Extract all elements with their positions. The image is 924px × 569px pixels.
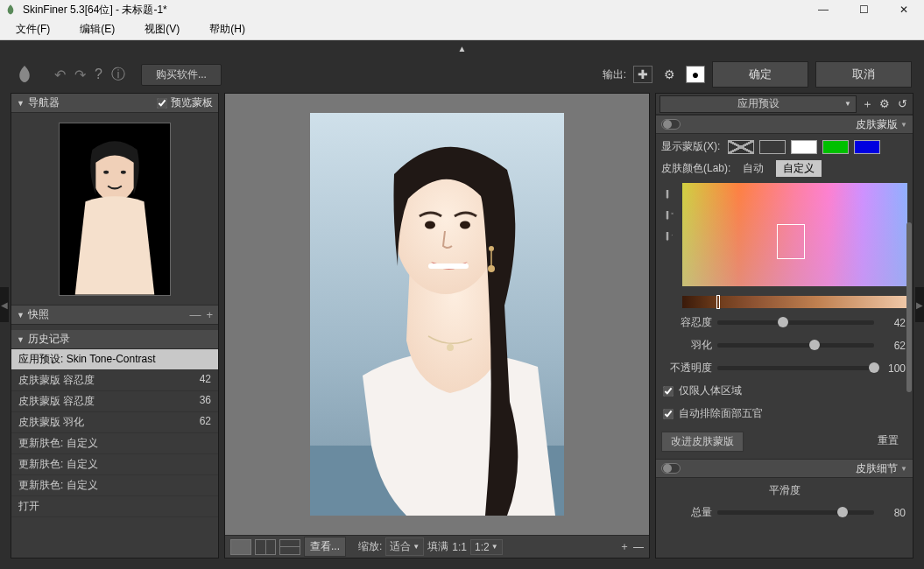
- menu-view[interactable]: 视图(V): [145, 22, 180, 37]
- reset-button[interactable]: 重置: [869, 432, 907, 452]
- collapse-top-arrow[interactable]: ▲: [0, 40, 924, 56]
- output-add-icon[interactable]: ✚: [633, 66, 652, 83]
- svg-point-10: [489, 246, 494, 251]
- history-item[interactable]: 更新肤色: 自定义: [11, 454, 218, 475]
- zoom-label: 缩放:: [358, 539, 382, 554]
- snapshot-title: 快照: [17, 307, 49, 322]
- navigator-title: 导航器: [17, 95, 60, 110]
- navigator-thumb[interactable]: [59, 123, 171, 296]
- history-item[interactable]: 皮肤蒙版 容忍度36: [11, 391, 218, 412]
- workspace: ▲ ↶ ↷ ? ⓘ 购买软件... 输出: ✚ ⚙ ● 确定 取消 ◀ ▶ 导航…: [0, 40, 924, 569]
- close-button[interactable]: ✕: [884, 0, 924, 19]
- zoom-in-icon[interactable]: ＋: [619, 539, 630, 554]
- view-split-vert-icon[interactable]: [255, 539, 276, 555]
- minimize-button[interactable]: —: [803, 0, 843, 19]
- exclude-features-check[interactable]: 自动排除面部五官: [661, 405, 907, 422]
- skin-detail-toggle[interactable]: [661, 463, 681, 474]
- view-split-horiz-icon[interactable]: [279, 539, 300, 555]
- color-selection-rect[interactable]: [777, 224, 805, 259]
- history-item[interactable]: 皮肤蒙版 容忍度42: [11, 370, 218, 391]
- history-item[interactable]: 更新肤色: 自定义: [11, 433, 218, 454]
- toolbar: ↶ ↷ ? ⓘ 购买软件... 输出: ✚ ⚙ ● 确定 取消: [0, 56, 924, 93]
- redo-icon[interactable]: ↷: [74, 67, 86, 83]
- limit-body-check[interactable]: 仅限人体区域: [661, 383, 907, 399]
- output-label: 输出:: [603, 67, 626, 82]
- eyedropper-sub-icon[interactable]: -: [661, 228, 675, 242]
- skin-color-label: 皮肤颜色(Lab):: [661, 161, 730, 176]
- menu-edit[interactable]: 编辑(E): [80, 22, 115, 37]
- menu-file[interactable]: 文件(F): [16, 22, 50, 37]
- titlebar: SkinFiner 5.3[64位] - 未标题-1* — ☐ ✕: [0, 0, 924, 19]
- history-item[interactable]: 打开: [11, 496, 218, 517]
- svg-rect-9: [428, 263, 469, 269]
- menu-help[interactable]: 帮助(H): [209, 22, 245, 37]
- zoom-fit-dropdown[interactable]: 适合▼: [385, 537, 424, 556]
- smoothness-label: 平滑度: [661, 483, 907, 498]
- left-collapse-handle[interactable]: ◀: [0, 287, 9, 322]
- preset-add-icon[interactable]: ＋: [860, 96, 874, 112]
- eyedropper-add-icon[interactable]: +: [661, 207, 675, 221]
- zoom-out-icon[interactable]: —: [633, 541, 644, 553]
- svg-point-13: [447, 344, 454, 351]
- output-sliders-icon[interactable]: ⚙: [659, 66, 679, 83]
- feather-slider[interactable]: 羽化 62: [661, 337, 907, 354]
- main-image: [310, 113, 564, 516]
- nav-controls: ↶ ↷ ? ⓘ: [54, 66, 125, 84]
- eyedropper-icon[interactable]: [661, 186, 675, 200]
- mask-swatch-green[interactable]: [822, 140, 849, 154]
- history-title: 历史记录: [17, 332, 70, 347]
- mask-swatch-none[interactable]: [728, 140, 754, 154]
- zoom-fill[interactable]: 填满: [427, 539, 448, 554]
- preset-row: 应用预设 ＋ ⚙ ↺: [656, 94, 913, 115]
- tolerance-slider[interactable]: 容忍度 42: [661, 314, 907, 331]
- app-icon: [4, 3, 18, 17]
- svg-point-12: [488, 265, 495, 272]
- history-item[interactable]: 皮肤蒙版 羽化62: [11, 412, 218, 433]
- right-scrollbar[interactable]: [906, 222, 912, 506]
- canvas-footer: 查看... 缩放: 适合▼ 填满 1:1 1:2▼ ＋ —: [225, 535, 649, 558]
- auto-tab[interactable]: 自动: [736, 160, 771, 177]
- preset-gear-icon[interactable]: ⚙: [878, 97, 892, 110]
- view-single-icon[interactable]: [230, 539, 251, 555]
- left-panel: 导航器 预览蒙板: [11, 93, 219, 558]
- undo-icon[interactable]: ↶: [54, 67, 66, 83]
- opacity-slider[interactable]: 不透明度 100: [661, 360, 907, 376]
- help-icon[interactable]: ?: [95, 67, 102, 82]
- mask-swatch-black[interactable]: [759, 140, 786, 154]
- snapshot-minus-icon[interactable]: —: [189, 308, 201, 321]
- cancel-button[interactable]: 取消: [815, 61, 912, 88]
- mask-swatch-blue[interactable]: [854, 140, 880, 154]
- history-header[interactable]: 历史记录: [11, 330, 218, 349]
- buy-button[interactable]: 购买软件...: [141, 64, 222, 86]
- color-field[interactable]: [682, 183, 907, 286]
- snapshot-plus-icon[interactable]: +: [206, 308, 213, 321]
- svg-point-3: [121, 170, 126, 173]
- navigator-header[interactable]: 导航器 预览蒙板: [11, 94, 218, 113]
- view-button[interactable]: 查看...: [304, 537, 346, 557]
- hue-notch[interactable]: [716, 295, 720, 309]
- preview-mask-toggle[interactable]: 预览蒙板: [157, 95, 213, 110]
- hue-bar[interactable]: [682, 296, 907, 308]
- skin-detail-header[interactable]: 皮肤细节: [656, 459, 913, 478]
- history-item[interactable]: 更新肤色: 自定义: [11, 475, 218, 496]
- canvas-area[interactable]: [225, 94, 649, 535]
- zoom-11[interactable]: 1:1: [452, 541, 467, 553]
- output-circle-icon[interactable]: ●: [686, 66, 705, 83]
- snapshot-header[interactable]: 快照 —+: [11, 306, 218, 325]
- info-icon[interactable]: ⓘ: [111, 66, 125, 84]
- maximize-button[interactable]: ☐: [843, 0, 884, 19]
- mask-swatch-white[interactable]: [791, 140, 817, 154]
- custom-tab[interactable]: 自定义: [776, 160, 822, 177]
- svg-point-8: [460, 221, 470, 229]
- total-slider[interactable]: 总量 80: [661, 504, 907, 521]
- preset-reset-icon[interactable]: ↺: [895, 97, 909, 110]
- preset-dropdown[interactable]: 应用预设: [659, 95, 857, 113]
- svg-text:+: +: [669, 210, 675, 216]
- right-collapse-handle[interactable]: ▶: [915, 287, 924, 322]
- skin-mask-header[interactable]: 皮肤蒙版: [656, 115, 913, 134]
- improve-mask-button[interactable]: 改进皮肤蒙版: [661, 432, 744, 452]
- zoom-12-dropdown[interactable]: 1:2▼: [470, 539, 503, 555]
- ok-button[interactable]: 确定: [712, 61, 808, 88]
- history-item[interactable]: 应用预设: Skin Tone-Contrast: [11, 349, 218, 370]
- skin-mask-toggle[interactable]: [661, 119, 681, 130]
